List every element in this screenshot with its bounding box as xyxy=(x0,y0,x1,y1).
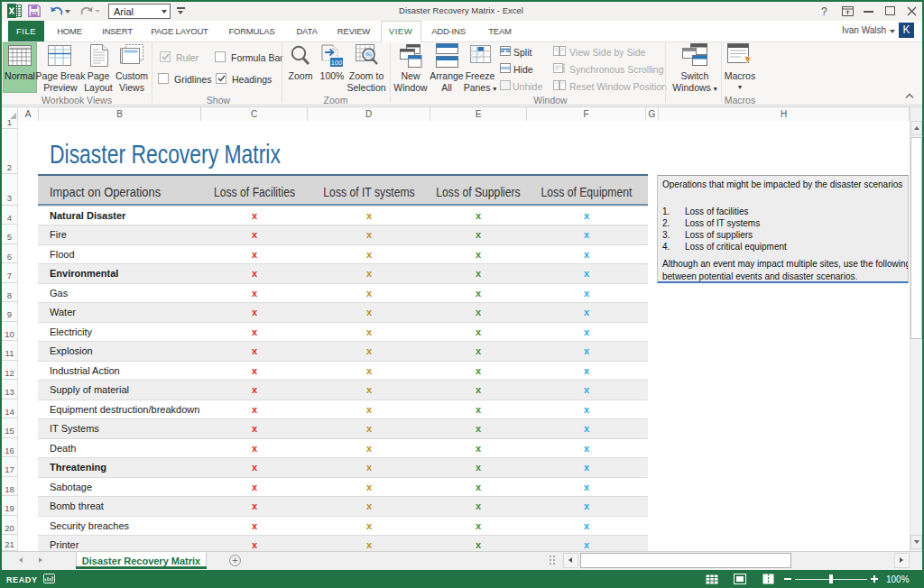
svg-text:100: 100 xyxy=(331,59,343,67)
